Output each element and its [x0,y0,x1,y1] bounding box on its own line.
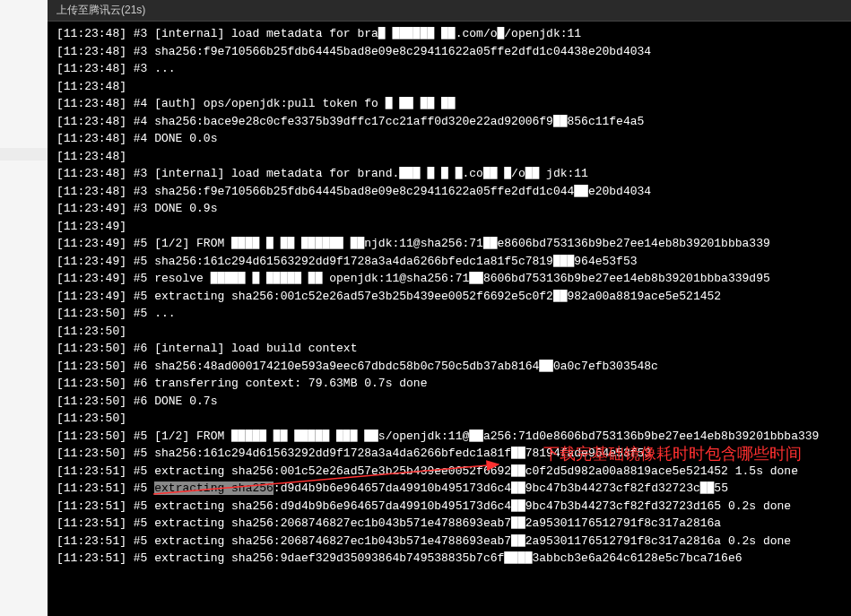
log-line: [11:23:50] #5 ... [56,305,842,323]
log-line: [11:23:49] #5 resolve █████ █ █████ ██ o… [56,270,842,288]
timestamp: [11:23:48] [56,115,126,128]
log-line: [11:23:49] #3 DONE 0.9s [56,200,842,218]
log-line: [11:23:50] [56,410,842,428]
timestamp: [11:23:50] [56,412,126,425]
log-line: [11:23:48] #3 sha256:f9e710566b25fdb6444… [56,43,842,61]
terminal-output[interactable]: [11:23:48] #3 [internal] load metadata f… [48,22,851,616]
log-line: [11:23:49] [56,218,842,236]
timestamp: [11:23:50] [56,307,126,320]
log-line: [11:23:48] [56,148,842,166]
log-line: [11:23:50] #5 [1/2] FROM █████ ██ █████ … [56,428,842,446]
sidebar-tab-marker[interactable] [0,148,48,161]
log-line: [11:23:51] #5 extracting sha256:d9d4b9b6… [56,498,842,516]
log-line: [11:23:50] #6 DONE 0.7s [56,393,842,411]
timestamp: [11:23:49] [56,255,126,268]
log-line: [11:23:48] [56,78,842,96]
sidebar [0,0,48,616]
log-line: [11:23:50] #6 [internal] load build cont… [56,340,842,358]
timestamp: [11:23:51] [56,534,126,548]
timestamp: [11:23:50] [56,360,126,373]
log-line: [11:23:49] #5 [1/2] FROM ████ █ ██ █████… [56,235,842,253]
timestamp: [11:23:50] [56,395,126,408]
timestamp: [11:23:50] [56,447,126,460]
log-line: [11:23:51] #5 extracting sha256:001c52e2… [56,463,842,481]
log-line: [11:23:48] #3 ... [56,60,842,78]
timestamp: [11:23:51] [56,516,126,530]
console-container: 上传至腾讯云(21s) [11:23:48] #3 [internal] loa… [0,0,851,616]
log-line: [11:23:49] #5 extracting sha256:001c52e2… [56,288,842,306]
step-title: 上传至腾讯云(21s) [56,4,145,16]
timestamp: [11:23:49] [56,202,126,215]
log-line: [11:23:50] #6 sha256:48ad000174210e593a9… [56,358,842,376]
log-line: [11:23:48] #4 [auth] ops/openjdk:pull to… [56,95,842,113]
log-line: [11:23:51] #5 extracting sha256:20687468… [56,515,842,533]
timestamp: [11:23:50] [56,325,126,338]
log-line: [11:23:51] #5 extracting sha256:20687468… [56,533,842,551]
main-panel: 上传至腾讯云(21s) [11:23:48] #3 [internal] loa… [48,0,851,616]
timestamp: [11:23:49] [56,290,126,303]
timestamp: [11:23:48] [56,185,126,198]
highlighted-text: extracting sha256 [154,482,274,495]
timestamp: [11:23:50] [56,377,126,390]
timestamp: [11:23:48] [56,80,126,93]
log-line: [11:23:48] #4 sha256:bace9e28c0cfe3375b3… [56,113,842,131]
log-line: [11:23:50] #5 sha256:161c294d61563292dd9… [56,445,842,463]
log-line: [11:23:51] #5 extracting sha256:d9d4b9b6… [56,480,842,498]
log-line: [11:23:48] #3 sha256:f9e710566b25fdb6444… [56,183,842,201]
log-line: [11:23:50] [56,323,842,341]
log-line: [11:23:51] #5 extracting sha256:9daef329… [56,550,842,568]
timestamp: [11:23:51] [56,464,126,478]
timestamp: [11:23:51] [56,551,126,565]
timestamp: [11:23:50] [56,429,126,443]
timestamp: [11:23:48] [56,27,126,40]
timestamp: [11:23:48] [56,167,126,180]
timestamp: [11:23:48] [56,97,126,110]
timestamp: [11:23:49] [56,272,126,285]
log-line: [11:23:48] #4 DONE 0.0s [56,130,842,148]
step-header[interactable]: 上传至腾讯云(21s) [48,0,851,22]
timestamp: [11:23:48] [56,132,126,145]
log-line: [11:23:50] #6 transferring context: 79.6… [56,375,842,393]
timestamp: [11:23:51] [56,482,126,495]
log-line: [11:23:49] #5 sha256:161c294d61563292dd9… [56,253,842,271]
log-line: [11:23:48] #3 [internal] load metadata f… [56,165,842,183]
timestamp: [11:23:49] [56,237,126,250]
timestamp: [11:23:51] [56,499,126,513]
timestamp: [11:23:50] [56,342,126,355]
log-line: [11:23:48] #3 [internal] load metadata f… [56,25,842,43]
timestamp: [11:23:48] [56,62,126,75]
timestamp: [11:23:48] [56,150,126,163]
timestamp: [11:23:48] [56,45,126,58]
timestamp: [11:23:49] [56,220,126,233]
